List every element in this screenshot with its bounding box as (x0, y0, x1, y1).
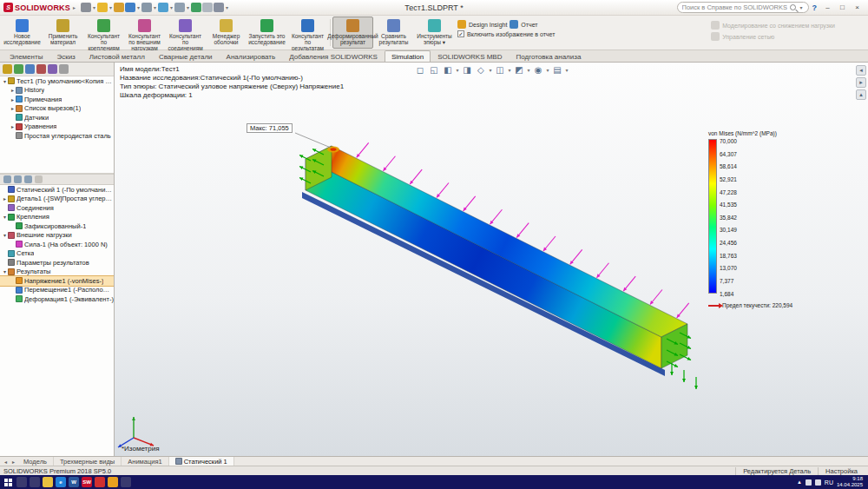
tree-item[interactable]: ▸History (0, 86, 114, 96)
search-icon[interactable] (790, 4, 796, 10)
hide-tree-icon[interactable] (24, 175, 32, 183)
tree-item[interactable]: Деформация1 (-Эквивалент-) (0, 294, 114, 304)
zoom-area-icon[interactable]: ◱ (428, 64, 439, 76)
hide-show-items-icon[interactable]: ◩ (514, 64, 525, 76)
options-gear-icon[interactable] (214, 3, 224, 12)
ribbon-button[interactable]: Консультант по результатам (287, 17, 328, 49)
expand-arrow-icon[interactable]: ▾ (2, 78, 8, 84)
task-view-icon[interactable] (30, 477, 40, 487)
command-tab[interactable]: Анализировать (220, 50, 283, 62)
save-icon[interactable] (125, 3, 135, 12)
ribbon-checkbox-row[interactable]: ✓Включить изображение в отчет (457, 30, 555, 37)
toolbar-caret-icon[interactable]: ▾ (456, 67, 458, 73)
collapse-pane-icon[interactable]: ▴ (856, 89, 866, 100)
configurationmanager-icon[interactable] (25, 64, 35, 74)
help-search-input[interactable]: Поиск в Справке по SOLIDWORKS ▾ (677, 2, 809, 13)
propertymanager-icon[interactable] (14, 64, 23, 74)
file-properties-icon[interactable] (202, 3, 213, 12)
maximize-button[interactable]: □ (835, 2, 850, 13)
sheet-tab[interactable]: Статический 1 (169, 457, 234, 466)
ribbon-button[interactable]: Деформированный результат (332, 17, 373, 49)
command-tab[interactable]: Добавления SOLIDWORKS (282, 50, 385, 62)
taskbar-clock[interactable]: 9:18 14.04.2025 (837, 476, 863, 488)
print-icon[interactable] (141, 3, 152, 12)
pdf-icon[interactable] (95, 477, 105, 487)
minimize-button[interactable]: – (820, 2, 835, 13)
expand-arrow-icon[interactable]: ▸ (10, 87, 16, 93)
zoom-fit-icon[interactable]: ◻ (414, 64, 425, 76)
include-image-checkbox[interactable]: ✓ (457, 30, 464, 37)
tree-item[interactable]: Датчики (0, 113, 114, 122)
expand-arrow-icon[interactable]: ▾ (2, 214, 8, 220)
tree-item[interactable]: Параметры результатов (0, 258, 114, 268)
ribbon-button[interactable]: Инструменты эпюры ▾ (414, 17, 455, 49)
volume-icon[interactable] (815, 479, 821, 486)
browser-icon[interactable]: e (56, 477, 66, 487)
tree-item[interactable]: ▾Тест1 (По умолчанию<Копия <По у (0, 76, 114, 86)
ribbon-small-item[interactable]: Design Insight (457, 20, 507, 29)
max-annotation[interactable]: Макс: 71,055 (247, 123, 293, 133)
displaymanager-icon[interactable] (48, 64, 57, 74)
undo-icon[interactable] (158, 3, 168, 12)
ribbon-button[interactable]: Новое исследование (2, 17, 43, 49)
command-tab[interactable]: Эскиз (49, 50, 82, 62)
tabs-scroll-left-icon[interactable]: ◂ (2, 459, 10, 465)
display-pane-expand-icon[interactable]: ◂ (856, 65, 866, 76)
start-button[interactable] (2, 476, 14, 488)
ribbon-button[interactable]: Применить материал (43, 17, 83, 49)
dropdown-caret-icon[interactable]: ▾ (170, 4, 173, 10)
new-document-icon[interactable] (97, 3, 108, 12)
search-options-caret-icon[interactable]: ▾ (799, 4, 802, 10)
previous-view-icon[interactable]: ◧ (442, 64, 453, 76)
ribbon-button[interactable]: Консультант по внешним нагрузкам (124, 17, 165, 49)
sheet-tab[interactable]: Анимация1 (122, 457, 168, 466)
ribbon-button[interactable]: Консультант по соединениям (165, 17, 206, 49)
pane-pin-icon[interactable] (59, 64, 69, 74)
filter-icon[interactable] (3, 175, 11, 183)
solidworks-taskbar-icon[interactable]: SW (82, 477, 92, 487)
taskbar-search-icon[interactable] (16, 477, 27, 487)
graphics-viewport[interactable]: Имя модели:Тест1 Название исследования:С… (115, 63, 868, 456)
expand-arrow-icon[interactable]: ▸ (10, 105, 16, 111)
dropdown-caret-icon[interactable]: ▾ (93, 4, 95, 10)
language-indicator[interactable]: RU (825, 479, 833, 486)
tree-item[interactable]: Сила-1 (На объект: 1000 N) (0, 240, 114, 249)
beam-top-face[interactable] (306, 146, 687, 337)
tree-item[interactable]: Статический 1 (-По умолчанию-) (0, 185, 114, 195)
display-style-icon[interactable]: ◫ (494, 64, 505, 76)
splitter-handle[interactable] (35, 175, 43, 183)
tree-item[interactable]: ▸Список вырезов(1) (0, 104, 114, 114)
tree-item[interactable]: Перемещение1 (-Расположен (0, 286, 114, 295)
edit-appearance-icon[interactable]: ◉ (533, 64, 544, 76)
previous-pane-icon[interactable]: ▸ (856, 77, 866, 88)
status-segment[interactable]: Редактируется Деталь (735, 467, 818, 475)
ribbon-button[interactable]: Консультант по креплениям (83, 17, 124, 49)
panel-splitter[interactable] (0, 174, 114, 185)
toolbar-caret-icon[interactable]: ▾ (566, 67, 569, 73)
expand-arrow-icon[interactable]: ▾ (2, 268, 8, 274)
settings-icon[interactable] (121, 477, 131, 487)
sheet-tab[interactable]: Модель (17, 457, 54, 466)
dropdown-caret-icon[interactable]: ▾ (226, 4, 228, 10)
section-view-icon[interactable]: ◨ (461, 64, 472, 76)
dropdown-caret-icon[interactable]: ▾ (154, 4, 156, 10)
dropdown-caret-icon[interactable]: ▾ (109, 4, 112, 10)
word-icon[interactable]: W (69, 477, 79, 487)
tree-item[interactable]: ▾Крепления (0, 213, 114, 222)
tree-item[interactable]: ▸Примечания (0, 95, 114, 104)
ribbon-button[interactable]: Менеджер оболочки (206, 17, 247, 49)
ribbon-button[interactable]: Запустить это исследование (247, 17, 287, 49)
command-tab[interactable]: Подготовка анализа (509, 50, 588, 62)
status-segment[interactable]: Настройка (818, 467, 865, 475)
tree-display-icon[interactable] (14, 175, 22, 183)
apply-scene-icon[interactable]: ▤ (552, 64, 563, 76)
tray-chevron-icon[interactable]: ▲ (797, 479, 802, 485)
toolbar-caret-icon[interactable]: ▾ (547, 67, 549, 73)
toolbar-caret-icon[interactable]: ▾ (508, 67, 510, 73)
help-icon[interactable]: ? (812, 3, 818, 12)
tree-item[interactable]: Сетка (0, 249, 114, 259)
sheet-tab[interactable]: Трехмерные виды (54, 457, 122, 466)
rebuild-icon[interactable] (191, 3, 201, 12)
chrome-icon[interactable] (108, 477, 118, 487)
toolbar-caret-icon[interactable]: ▾ (528, 67, 530, 73)
